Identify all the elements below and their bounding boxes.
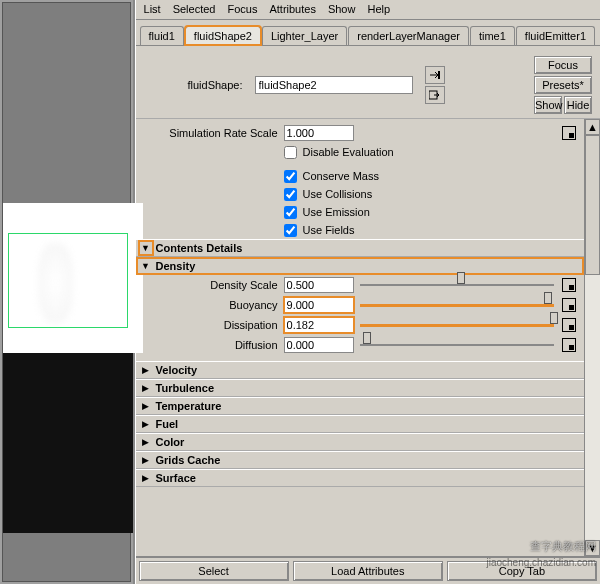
sim-rate-map-icon[interactable] [562, 126, 576, 140]
menu-focus[interactable]: Focus [227, 3, 257, 16]
use-emission-checkbox[interactable] [284, 206, 297, 219]
diffusion-row: Diffusion [136, 335, 584, 355]
diffusion-slider[interactable] [360, 337, 554, 353]
scroll-track[interactable] [585, 135, 600, 540]
twisty-right-icon: ▶ [140, 454, 152, 466]
dissipation-label: Dissipation [144, 319, 284, 331]
sim-rate-input[interactable] [284, 125, 354, 141]
go-to-input-icon[interactable] [425, 66, 445, 84]
disable-eval-row: Disable Evaluation [136, 143, 584, 161]
shape-name-input[interactable] [255, 76, 413, 94]
show-button[interactable]: Show [534, 96, 562, 114]
disable-eval-label: Disable Evaluation [303, 146, 394, 158]
diffusion-input[interactable] [284, 337, 354, 353]
menu-show[interactable]: Show [328, 3, 356, 16]
tab-fluidshape2[interactable]: fluidShape2 [185, 26, 261, 45]
load-attributes-button[interactable]: Load Attributes [293, 561, 443, 581]
section-grids-cache[interactable]: ▶Grids Cache [136, 451, 584, 469]
scroll-thumb[interactable] [585, 135, 600, 275]
twisty-right-icon: ▶ [140, 472, 152, 484]
twisty-right-icon: ▶ [140, 436, 152, 448]
conserve-mass-checkbox[interactable] [284, 170, 297, 183]
map-icon[interactable] [562, 298, 576, 312]
buoyancy-input[interactable] [284, 297, 354, 313]
menu-list[interactable]: List [144, 3, 161, 16]
node-header: fluidShape: Focus Presets* Show Hide [136, 46, 600, 119]
dissipation-input[interactable] [284, 317, 354, 333]
twisty-down-icon: ▼ [140, 260, 152, 272]
dissipation-row: Dissipation [136, 315, 584, 335]
buoyancy-row: Buoyancy [136, 295, 584, 315]
twisty-right-icon: ▶ [140, 382, 152, 394]
twisty-right-icon: ▶ [140, 400, 152, 412]
dissipation-slider[interactable] [360, 317, 554, 333]
header-buttons: Focus Presets* Show Hide [534, 56, 592, 114]
focus-button[interactable]: Focus [534, 56, 592, 74]
use-fields-checkbox[interactable] [284, 224, 297, 237]
menu-attributes[interactable]: Attributes [269, 3, 315, 16]
viewport-3d[interactable] [2, 2, 131, 582]
select-button[interactable]: Select [139, 561, 289, 581]
map-icon[interactable] [562, 318, 576, 332]
disable-eval-checkbox[interactable] [284, 146, 297, 159]
use-collisions-label: Use Collisions [303, 188, 373, 200]
section-surface[interactable]: ▶Surface [136, 469, 584, 487]
copy-tab-button[interactable]: Copy Tab [447, 561, 597, 581]
viewport-object-dark [3, 353, 133, 533]
shape-label: fluidShape: [144, 79, 249, 91]
use-fields-label: Use Fields [303, 224, 355, 236]
section-density[interactable]: ▼ Density [136, 257, 584, 275]
buoyancy-label: Buoyancy [144, 299, 284, 311]
sim-rate-row: Simulation Rate Scale [136, 123, 584, 143]
scroll-down-icon[interactable]: ▼ [585, 540, 600, 556]
attributes-scroll: Simulation Rate Scale Disable Evaluation… [136, 119, 584, 556]
svg-rect-0 [438, 71, 440, 79]
tab-time1[interactable]: time1 [470, 26, 515, 45]
section-turbulence[interactable]: ▶Turbulence [136, 379, 584, 397]
tab-fluidemitter1[interactable]: fluidEmitter1 [516, 26, 595, 45]
node-tabs: fluid1 fluidShape2 Lighter_Layer renderL… [136, 20, 600, 46]
go-to-output-icon[interactable] [425, 86, 445, 104]
bottom-button-bar: Select Load Attributes Copy Tab [136, 556, 600, 584]
menu-selected[interactable]: Selected [173, 3, 216, 16]
use-emission-label: Use Emission [303, 206, 370, 218]
twisty-down-icon: ▼ [140, 242, 152, 254]
viewport-panel [0, 0, 135, 584]
section-contents-details[interactable]: ▼ Contents Details [136, 239, 584, 257]
hide-button[interactable]: Hide [564, 96, 592, 114]
tab-renderlayermanager[interactable]: renderLayerManager [348, 26, 469, 45]
use-collisions-checkbox[interactable] [284, 188, 297, 201]
density-scale-label: Density Scale [144, 279, 284, 291]
section-fuel[interactable]: ▶Fuel [136, 415, 584, 433]
map-icon[interactable] [562, 338, 576, 352]
tab-fluid1[interactable]: fluid1 [140, 26, 184, 45]
presets-button[interactable]: Presets* [534, 76, 592, 94]
conserve-mass-label: Conserve Mass [303, 170, 379, 182]
twisty-right-icon: ▶ [140, 364, 152, 376]
density-scale-input[interactable] [284, 277, 354, 293]
density-scale-slider[interactable] [360, 277, 554, 293]
menu-bar: List Selected Focus Attributes Show Help [136, 0, 600, 20]
twisty-right-icon: ▶ [140, 418, 152, 430]
vertical-scrollbar[interactable]: ▲ ▼ [584, 119, 600, 556]
scroll-up-icon[interactable]: ▲ [585, 119, 600, 135]
buoyancy-slider[interactable] [360, 297, 554, 313]
map-icon[interactable] [562, 278, 576, 292]
section-temperature[interactable]: ▶Temperature [136, 397, 584, 415]
tab-lighter-layer[interactable]: Lighter_Layer [262, 26, 347, 45]
section-velocity[interactable]: ▶Velocity [136, 361, 584, 379]
section-color[interactable]: ▶Color [136, 433, 584, 451]
sim-rate-label: Simulation Rate Scale [144, 127, 284, 139]
density-scale-row: Density Scale [136, 275, 584, 295]
fluid-smoke [38, 243, 73, 323]
attribute-editor: List Selected Focus Attributes Show Help… [135, 0, 600, 584]
menu-help[interactable]: Help [367, 3, 390, 16]
diffusion-label: Diffusion [144, 339, 284, 351]
